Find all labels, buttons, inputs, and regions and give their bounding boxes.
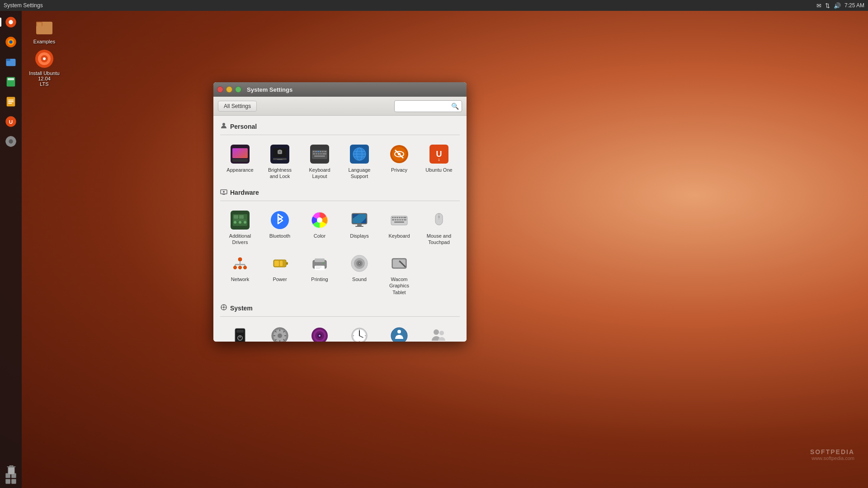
keyboard-icon <box>388 209 410 231</box>
appearance-item[interactable]: Appearance <box>220 140 260 183</box>
svg-rect-102 <box>404 219 406 221</box>
svg-rect-94 <box>399 217 401 218</box>
network-icon: ⇅ <box>825 2 830 9</box>
bluetooth-label: Bluetooth <box>269 233 290 239</box>
power-item[interactable]: Power <box>260 249 300 299</box>
dock-item-calc[interactable] <box>1 72 20 91</box>
personal-divider <box>220 135 460 135</box>
keyboard-layout-item[interactable]: KeyboardLayout <box>300 140 340 183</box>
dock-item-home[interactable] <box>1 13 20 32</box>
dock-item-firefox[interactable] <box>1 33 20 52</box>
dock-item-software[interactable]: U <box>1 112 20 131</box>
network-item[interactable]: Network <box>220 249 260 299</box>
search-box: 🔍 <box>394 100 462 112</box>
search-input[interactable] <box>397 103 451 109</box>
additional-drivers-icon <box>229 209 251 231</box>
svg-point-29 <box>222 123 225 126</box>
svg-rect-20 <box>11 479 16 484</box>
svg-rect-131 <box>393 259 406 267</box>
brightness-lock-item[interactable]: Brightnessand Lock <box>260 140 300 183</box>
svg-rect-116 <box>286 262 288 265</box>
window-content: Personal <box>213 116 467 342</box>
keyboard-layout-label: KeyboardLayout <box>309 167 330 180</box>
backup-item[interactable]: Backup <box>220 321 260 342</box>
sound-item[interactable]: Sound <box>340 249 379 299</box>
hardware-items-grid: AdditionalDrivers Bluetooth <box>220 206 460 299</box>
topbar-right: ✉ ⇅ 🔊 7:25 AM <box>816 2 864 9</box>
user-accounts-item[interactable]: UserAccounts <box>419 321 459 342</box>
universal-access-icon <box>388 325 410 342</box>
window-close-button[interactable] <box>217 86 223 93</box>
svg-rect-44 <box>315 151 317 152</box>
svg-rect-76 <box>239 215 244 219</box>
keyboard-layout-icon <box>309 143 330 165</box>
all-settings-button[interactable]: All Settings <box>218 101 257 112</box>
svg-rect-52 <box>320 153 322 155</box>
language-support-item[interactable]: LanguageSupport <box>340 140 379 183</box>
ubuntu-one-item[interactable]: U 1 Ubuntu One <box>419 140 459 183</box>
details-item[interactable]: Details <box>260 321 300 342</box>
privacy-item[interactable]: Privacy <box>379 140 419 183</box>
management-service-item[interactable]: ManagementService <box>300 321 340 342</box>
time-date-icon <box>349 325 370 342</box>
color-icon <box>309 209 330 231</box>
displays-item[interactable]: Displays <box>340 206 379 249</box>
svg-point-71 <box>223 191 225 192</box>
personal-items-grid: Appearance Br <box>220 140 460 183</box>
ubuntu-one-icon: U 1 <box>428 143 450 165</box>
svg-rect-33 <box>232 159 248 162</box>
backup-icon <box>229 325 251 342</box>
bluetooth-item[interactable]: Bluetooth <box>260 206 300 249</box>
svg-rect-96 <box>403 217 406 218</box>
examples-label: Examples <box>33 39 55 44</box>
svg-point-81 <box>271 211 289 229</box>
color-item[interactable]: Color <box>300 206 340 249</box>
time-date-item[interactable]: Time & Date <box>340 321 379 342</box>
svg-point-40 <box>279 151 281 153</box>
desktop-icon-install[interactable]: Install Ubuntu 12.04LTS <box>26 48 62 87</box>
svg-point-28 <box>43 57 46 60</box>
svg-rect-103 <box>394 221 404 223</box>
dock-item-text[interactable] <box>1 92 20 111</box>
trash-icon[interactable] <box>2 460 21 479</box>
mouse-touchpad-item[interactable]: Mouse andTouchpad <box>419 206 459 249</box>
svg-rect-75 <box>234 215 238 219</box>
svg-rect-123 <box>316 267 322 267</box>
universal-access-item[interactable]: UniversalAccess <box>379 321 419 342</box>
watermark-line1: SOFTPEDIA <box>810 448 854 455</box>
svg-point-161 <box>397 330 401 333</box>
system-divider <box>220 316 460 317</box>
svg-point-146 <box>278 333 282 338</box>
svg-rect-47 <box>322 151 324 152</box>
svg-rect-112 <box>235 264 245 265</box>
svg-point-160 <box>391 328 407 342</box>
dock-item-settings[interactable] <box>1 132 20 151</box>
printing-item[interactable]: Printing <box>300 249 340 299</box>
keyboard-item[interactable]: Keyboard <box>379 206 419 249</box>
svg-rect-97 <box>392 219 394 221</box>
wacom-item[interactable]: WacomGraphicsTablet <box>379 249 419 299</box>
volume-icon: 🔊 <box>834 2 841 9</box>
watermark: SOFTPEDIA www.softpedia.com <box>810 448 854 461</box>
color-label: Color <box>314 233 326 239</box>
window-maximize-button[interactable] <box>235 86 241 93</box>
management-service-icon <box>309 325 330 342</box>
additional-drivers-item[interactable]: AdditionalDrivers <box>220 206 260 249</box>
sound-icon <box>349 253 370 274</box>
svg-point-109 <box>234 266 237 269</box>
desktop-icon-examples[interactable]: Examples <box>26 16 62 44</box>
window-minimize-button[interactable] <box>226 86 232 93</box>
svg-rect-51 <box>318 153 320 155</box>
svg-rect-53 <box>322 153 326 155</box>
svg-point-83 <box>317 217 322 223</box>
dock: U <box>0 11 22 488</box>
svg-rect-88 <box>357 224 362 226</box>
svg-rect-80 <box>234 220 246 221</box>
power-label: Power <box>273 276 287 282</box>
topbar: System Settings ✉ ⇅ 🔊 7:25 AM <box>0 0 868 11</box>
svg-rect-48 <box>324 151 326 152</box>
svg-rect-93 <box>396 217 398 218</box>
dock-item-files[interactable] <box>1 52 20 71</box>
watermark-line2: www.softpedia.com <box>810 455 854 461</box>
svg-point-156 <box>359 329 360 330</box>
